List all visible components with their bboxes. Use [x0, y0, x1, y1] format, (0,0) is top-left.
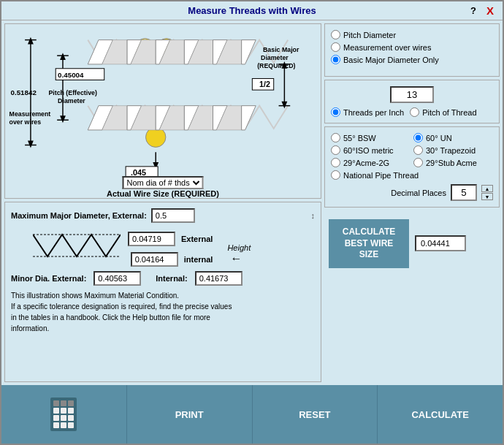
- svg-marker-32: [60, 115, 66, 123]
- print-label: PRINT: [175, 409, 204, 420]
- minor-internal-label: Internal:: [156, 274, 187, 283]
- reset-label: RESET: [299, 409, 330, 420]
- svg-text:0.51842: 0.51842: [11, 88, 37, 96]
- left-panel: 0.51842 0.45004 Measurement over wires P…: [4, 23, 321, 382]
- calc-key-11: [61, 422, 66, 428]
- threads-value-input[interactable]: [390, 86, 434, 103]
- acme-radio[interactable]: [331, 158, 340, 167]
- threads-per-inch-option[interactable]: Threads per Inch: [331, 107, 404, 117]
- iso60-option[interactable]: 60°ISO metric: [331, 145, 411, 155]
- trapezoid-option[interactable]: 30° Trapezoid: [413, 145, 493, 155]
- threads-per-inch-label: Threads per Inch: [343, 108, 404, 117]
- calc-key-10: [53, 422, 59, 428]
- thread-type-row-4: National Pipe Thread: [331, 170, 493, 180]
- bottom-toolbar: PRINT RESET CALCULATE: [1, 385, 503, 444]
- iso60-radio[interactable]: [331, 145, 340, 155]
- calc-key-9: [68, 415, 74, 421]
- svg-text:Measurement: Measurement: [9, 110, 51, 118]
- measurement-over-wires-label: Measurement over wires: [343, 43, 431, 52]
- measurement-options: Pitch Diameter Measurement over wires Ba…: [324, 23, 500, 77]
- svg-marker-31: [60, 53, 66, 60]
- svg-text:1/2: 1/2: [259, 80, 270, 88]
- reset-button[interactable]: RESET: [253, 385, 378, 444]
- info-text: This illustration shows Maximum Material…: [11, 290, 315, 334]
- calc-key-12: [68, 422, 74, 428]
- bsw-radio[interactable]: [331, 133, 340, 142]
- decimal-down-button[interactable]: ▼: [481, 193, 493, 200]
- svg-marker-24: [242, 106, 256, 130]
- right-panel: Pitch Diameter Measurement over wires Ba…: [324, 23, 500, 382]
- max-major-input[interactable]: [151, 208, 195, 223]
- calc-best-wire-button[interactable]: CALCULATEBEST WIRESIZE: [329, 219, 409, 268]
- decimal-places-row: Decimal Places ▲ ▼: [331, 184, 493, 201]
- stub-acme-radio[interactable]: [413, 158, 423, 167]
- minor-internal-input[interactable]: [195, 271, 243, 286]
- decimal-places-input[interactable]: [451, 184, 477, 201]
- svg-marker-12: [242, 40, 256, 64]
- internal-label: internal: [184, 255, 213, 264]
- national-pipe-option[interactable]: National Pipe Thread: [331, 170, 493, 180]
- pitch-diameter-option[interactable]: Pitch Diameter: [331, 30, 493, 39]
- threads-per-inch-radio[interactable]: [331, 107, 340, 117]
- un60-option[interactable]: 60° UN: [413, 133, 493, 142]
- nom-dia-select[interactable]: Nom dia of # thds: [123, 176, 204, 189]
- svg-text:over wires: over wires: [9, 118, 42, 126]
- close-button[interactable]: X: [484, 4, 497, 17]
- svg-text:0.45004: 0.45004: [58, 71, 84, 79]
- title-bar: Measure Threads with Wires ? X: [1, 1, 503, 20]
- internal-input[interactable]: [131, 252, 178, 267]
- actual-wire-label: Actual Wire Size (REQUIRED): [107, 189, 219, 198]
- acme-option[interactable]: 29°Acme-2G: [331, 158, 411, 167]
- svg-text:(REQUIRED): (REQUIRED): [257, 62, 295, 69]
- un60-label: 60° UN: [426, 134, 452, 142]
- stub-acme-option[interactable]: 29°Stub Acme: [413, 158, 493, 167]
- pitch-of-thread-radio[interactable]: [410, 107, 419, 117]
- national-pipe-label: National Pipe Thread: [343, 171, 419, 180]
- measurement-over-wires-option[interactable]: Measurement over wires: [331, 42, 493, 52]
- trapezoid-radio[interactable]: [413, 145, 423, 155]
- svg-text:Diameter: Diameter: [261, 54, 289, 61]
- basic-major-option[interactable]: Basic Major Diameter Only: [331, 55, 493, 64]
- stub-acme-label: 29°Stub Acme: [426, 159, 477, 167]
- threads-section: Threads per Inch Pitch of Thread: [324, 80, 500, 123]
- basic-major-label: Basic Major Diameter Only: [343, 56, 439, 64]
- pitch-of-thread-option[interactable]: Pitch of Thread: [410, 107, 476, 117]
- title-bar-buttons: ? X: [467, 4, 497, 17]
- svg-text:Diameter: Diameter: [58, 97, 85, 104]
- minor-external-label: Minor Dia. External:: [11, 274, 86, 283]
- minor-external-input[interactable]: [93, 271, 141, 286]
- thread-type-row-1: 55° BSW 60° UN: [331, 133, 493, 142]
- decimal-spinner-buttons: ▲ ▼: [481, 185, 493, 200]
- diagram-area: 0.51842 0.45004 Measurement over wires P…: [4, 23, 321, 199]
- help-button[interactable]: ?: [467, 5, 479, 16]
- measurement-over-wires-radio[interactable]: [331, 42, 340, 52]
- external-label: External: [181, 235, 213, 243]
- external-input[interactable]: [128, 232, 175, 246]
- bsw-option[interactable]: 55° BSW: [331, 133, 411, 142]
- pitch-diameter-label: Pitch Diameter: [343, 31, 396, 39]
- print-button[interactable]: PRINT: [127, 385, 253, 444]
- internal-row: internal: [128, 252, 220, 267]
- calc-key-2: [61, 400, 66, 406]
- national-pipe-radio[interactable]: [331, 170, 340, 180]
- un60-radio[interactable]: [413, 133, 423, 142]
- calc-key-3: [68, 400, 74, 406]
- pitch-of-thread-label: Pitch of Thread: [422, 108, 476, 117]
- acme-label: 29°Acme-2G: [343, 159, 389, 167]
- calculate-button[interactable]: CALCULATE: [378, 385, 503, 444]
- decimal-up-button[interactable]: ▲: [481, 185, 493, 192]
- max-major-row: Maximum Major Diameter, External: ↕: [11, 208, 315, 223]
- height-label: Height: [227, 243, 251, 252]
- decimal-places-label: Decimal Places: [391, 189, 446, 197]
- help-calculator-button[interactable]: [1, 385, 127, 444]
- calc-wire-section: CALCULATEBEST WIRESIZE: [324, 215, 500, 273]
- calculate-label: CALCULATE: [411, 409, 468, 420]
- basic-major-radio[interactable]: [331, 55, 340, 64]
- measurement-radio-group: Pitch Diameter Measurement over wires Ba…: [331, 30, 493, 64]
- thread-diagram: 0.51842 0.45004 Measurement over wires P…: [8, 27, 318, 195]
- external-row: External: [128, 232, 220, 246]
- wave-diagram: [33, 227, 121, 267]
- window-title: Measure Threads with Wires: [37, 5, 467, 16]
- thread-type-row-2: 60°ISO metric 30° Trapezoid: [331, 145, 493, 155]
- pitch-diameter-radio[interactable]: [331, 30, 340, 39]
